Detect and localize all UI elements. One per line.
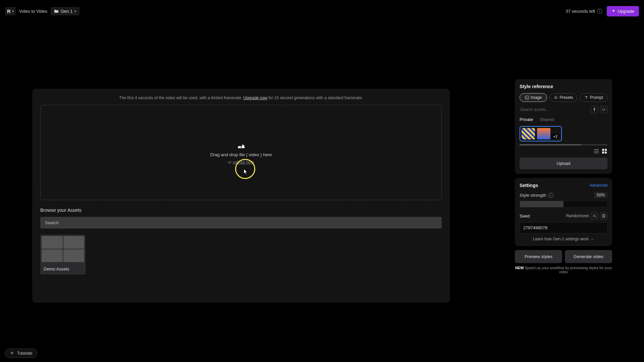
upload-cloud-icon — [235, 141, 247, 149]
pin-icon — [593, 108, 596, 112]
info-icon[interactable]: i — [597, 9, 602, 14]
svg-rect-6 — [605, 149, 607, 151]
asset-folder-demo[interactable]: Demo Assets — [40, 235, 86, 275]
topbar: R ▾ Video to Video Gen 1 ▾ 37 seconds le… — [0, 0, 644, 22]
svg-rect-9 — [602, 215, 604, 218]
text-icon — [584, 96, 588, 100]
tutorials-button[interactable]: Tutorials — [5, 349, 38, 358]
pin-button[interactable] — [591, 106, 598, 113]
svg-point-3 — [555, 97, 556, 98]
shuffle-icon — [592, 214, 596, 218]
copy-seed-button[interactable] — [600, 212, 607, 220]
asset-folder-label: Demo Assets — [40, 263, 86, 275]
preview-styles-button[interactable]: Preview styles — [515, 250, 562, 263]
dropzone-text: Drag and drop file ( video ) here — [210, 152, 272, 157]
upload-style-button[interactable]: Upload — [520, 158, 607, 169]
right-sidebar: Style reference Image Presets Prompt — [515, 79, 612, 274]
upgrade-button[interactable]: Upgrade — [607, 6, 639, 16]
learn-settings-link[interactable]: Learn how Gen-1 settings work→ — [520, 237, 607, 241]
style-tab-presets[interactable]: Presets — [550, 93, 577, 102]
asset-thumbnails — [40, 235, 86, 263]
style-strength-slider[interactable] — [520, 201, 607, 207]
preview-hint: NEW Speed up your workflow by previewing… — [515, 266, 612, 274]
browse-assets-title: Browse your Assets — [40, 207, 442, 213]
cursor-icon — [243, 168, 249, 175]
upgrade-link[interactable]: Upgrade now — [243, 96, 267, 100]
assets-tab-shared[interactable]: Shared — [540, 117, 554, 123]
presets-icon — [554, 96, 558, 100]
style-reference-panel: Style reference Image Presets Prompt — [515, 79, 612, 174]
assets-tab-private[interactable]: Private — [520, 117, 533, 123]
asset-search-input[interactable] — [40, 217, 442, 229]
generate-video-button[interactable]: Generate video — [565, 250, 612, 263]
copy-icon — [602, 214, 605, 218]
chevron-down-icon: ▾ — [74, 9, 76, 13]
sparkle-icon — [10, 351, 14, 356]
main-panel: The first 4 seconds of the video will be… — [32, 89, 450, 303]
breadcrumb[interactable]: Video to Video — [19, 9, 47, 14]
svg-rect-5 — [602, 149, 604, 151]
style-tab-prompt[interactable]: Prompt — [580, 93, 607, 102]
chevron-down-icon: ▾ — [12, 9, 14, 13]
sort-button[interactable] — [600, 106, 607, 113]
style-strength-value: 50% — [594, 192, 607, 198]
info-icon[interactable]: i — [548, 193, 553, 198]
style-tab-image[interactable]: Image — [520, 93, 547, 102]
svg-rect-7 — [602, 152, 604, 154]
folder-icon — [54, 9, 59, 13]
settings-title: Settings — [520, 183, 538, 188]
arrow-right-icon: → — [590, 237, 594, 241]
seed-label: Seed — [520, 214, 530, 219]
sort-icon — [602, 108, 606, 111]
logo-icon: R — [7, 8, 11, 14]
shuffle-seed-button[interactable] — [591, 212, 598, 220]
list-view-icon[interactable] — [593, 148, 599, 154]
selected-style-asset[interactable]: +2 — [520, 126, 562, 141]
more-count-badge: +2 — [551, 134, 559, 139]
upload-here-link[interactable]: upload here — [233, 160, 254, 165]
seed-input[interactable] — [520, 222, 607, 233]
style-search-input[interactable] — [520, 106, 589, 114]
svg-rect-10 — [603, 214, 605, 217]
style-strength-label: Style strength — [520, 193, 546, 198]
style-thumb-2 — [537, 128, 550, 139]
randomized-label: Randomized — [566, 214, 589, 218]
framerate-hint: The first 4 seconds of the video will be… — [40, 96, 442, 100]
svg-point-4 — [602, 109, 605, 111]
folder-name: Gen 1 — [61, 9, 72, 14]
credits-remaining: 37 seconds left i — [566, 9, 602, 14]
svg-rect-8 — [605, 152, 607, 154]
sparkle-icon — [611, 9, 615, 13]
app-menu[interactable]: R ▾ — [5, 7, 16, 15]
advanced-link[interactable]: Advanced — [590, 183, 607, 188]
folder-selector[interactable]: Gen 1 ▾ — [51, 7, 79, 15]
image-icon — [525, 96, 529, 100]
dropzone-subtext: or upload here — [228, 160, 254, 165]
video-dropzone[interactable]: Drag and drop file ( video ) here or upl… — [40, 105, 442, 200]
grid-view-icon[interactable] — [601, 148, 607, 154]
settings-panel: Settings Advanced Style strength i 50% S… — [515, 178, 612, 246]
asset-scrollbar[interactable] — [520, 144, 607, 145]
style-reference-title: Style reference — [520, 84, 607, 89]
style-thumb-1 — [522, 128, 535, 139]
svg-point-1 — [526, 97, 527, 97]
